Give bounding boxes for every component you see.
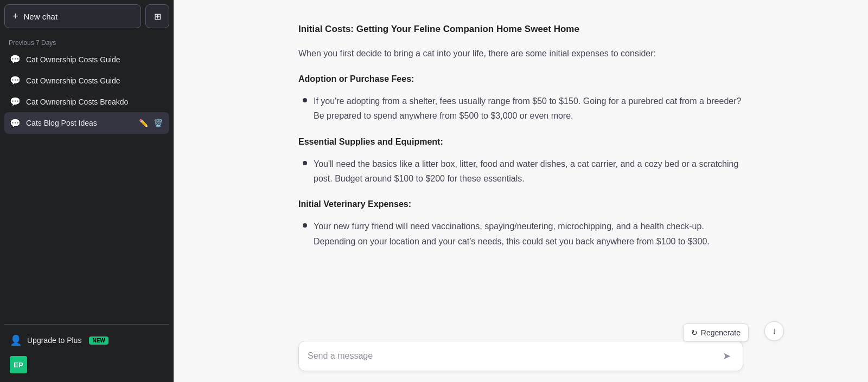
user-icon: 👤 bbox=[10, 334, 22, 346]
intro-text: When you first decide to bring a cat int… bbox=[298, 46, 743, 61]
chat-icon: 💬 bbox=[10, 75, 21, 86]
chat-item-label: Cats Blog Post Ideas bbox=[26, 119, 132, 127]
new-chat-button[interactable]: + New chat bbox=[4, 4, 141, 28]
edit-chat-button[interactable]: ✏️ bbox=[138, 118, 149, 128]
section-label: Previous 7 Days bbox=[4, 35, 169, 49]
send-button[interactable]: ➤ bbox=[719, 349, 734, 363]
layout-icon: ⊞ bbox=[154, 11, 161, 22]
chat-item-label: Cat Ownership Costs Breakdo bbox=[26, 98, 164, 106]
chat-scroll-area[interactable]: Initial Costs: Getting Your Feline Compa… bbox=[174, 0, 868, 334]
sidebar-top: + New chat ⊞ bbox=[4, 4, 169, 28]
subsection-title-1: Essential Supplies and Equipment: bbox=[298, 134, 743, 149]
plus-icon: + bbox=[12, 11, 18, 22]
message-body: Initial Costs: Getting Your Feline Compa… bbox=[298, 22, 743, 249]
sidebar-item-chat-3[interactable]: 💬 Cat Ownership Costs Breakdo bbox=[4, 91, 169, 112]
bullet-dot bbox=[303, 223, 307, 228]
main-content: Initial Costs: Getting Your Feline Compa… bbox=[174, 0, 868, 382]
sidebar-item-chat-1[interactable]: 💬 Cat Ownership Costs Guide bbox=[4, 49, 169, 70]
subsection-title-2: Initial Veterinary Expenses: bbox=[298, 197, 743, 211]
sidebar: + New chat ⊞ Previous 7 Days 💬 Cat Owner… bbox=[0, 0, 174, 382]
regenerate-label: Regenerate bbox=[701, 328, 741, 337]
scroll-down-button[interactable]: ↓ bbox=[764, 321, 784, 341]
regenerate-button[interactable]: ↻ Regenerate bbox=[683, 323, 749, 342]
layout-icon-button[interactable]: ⊞ bbox=[145, 4, 169, 28]
bullet-item-1: You'll need the basics like a litter box… bbox=[298, 157, 743, 186]
bullet-item-2: Your new furry friend will need vaccinat… bbox=[298, 219, 743, 248]
bullet-item-0: If you're adopting from a shelter, fees … bbox=[298, 94, 743, 123]
bullet-dot bbox=[303, 161, 307, 165]
chat-list: 💬 Cat Ownership Costs Guide 💬 Cat Owners… bbox=[4, 49, 169, 134]
sidebar-bottom: 👤 Upgrade to Plus NEW EP bbox=[4, 324, 169, 378]
chat-item-label: Cat Ownership Costs Guide bbox=[26, 76, 164, 85]
chevron-down-icon: ↓ bbox=[772, 326, 776, 336]
sidebar-item-chat-2[interactable]: 💬 Cat Ownership Costs Guide bbox=[4, 70, 169, 91]
chat-item-actions: ✏️ 🗑️ bbox=[138, 118, 164, 128]
delete-chat-button[interactable]: 🗑️ bbox=[152, 118, 164, 128]
chat-icon: 💬 bbox=[10, 96, 21, 107]
bottom-bar: ↻ Regenerate ↓ ➤ bbox=[174, 334, 868, 382]
section-heading: Initial Costs: Getting Your Feline Compa… bbox=[298, 22, 743, 37]
chat-item-label: Cat Ownership Costs Guide bbox=[26, 55, 164, 64]
new-badge: NEW bbox=[89, 336, 108, 345]
new-chat-label: New chat bbox=[24, 12, 58, 21]
chat-icon: 💬 bbox=[10, 118, 21, 128]
subsection-title-0: Adoption or Purchase Fees: bbox=[298, 72, 743, 86]
avatar: EP bbox=[10, 356, 27, 373]
bullet-dot bbox=[303, 98, 307, 102]
send-icon: ➤ bbox=[723, 351, 731, 361]
upgrade-to-plus-button[interactable]: 👤 Upgrade to Plus NEW bbox=[4, 329, 169, 352]
bullet-text-1: You'll need the basics like a litter box… bbox=[314, 157, 743, 186]
chat-icon: 💬 bbox=[10, 54, 21, 64]
regenerate-icon: ↻ bbox=[691, 328, 698, 337]
message-input[interactable] bbox=[308, 351, 719, 361]
bullet-text-2: Your new furry friend will need vaccinat… bbox=[314, 219, 743, 248]
upgrade-label: Upgrade to Plus bbox=[27, 336, 81, 345]
bullet-text-0: If you're adopting from a shelter, fees … bbox=[314, 94, 743, 123]
message-input-wrapper: ➤ bbox=[298, 341, 743, 371]
sidebar-item-chat-4[interactable]: 💬 Cats Blog Post Ideas ✏️ 🗑️ bbox=[4, 112, 169, 134]
